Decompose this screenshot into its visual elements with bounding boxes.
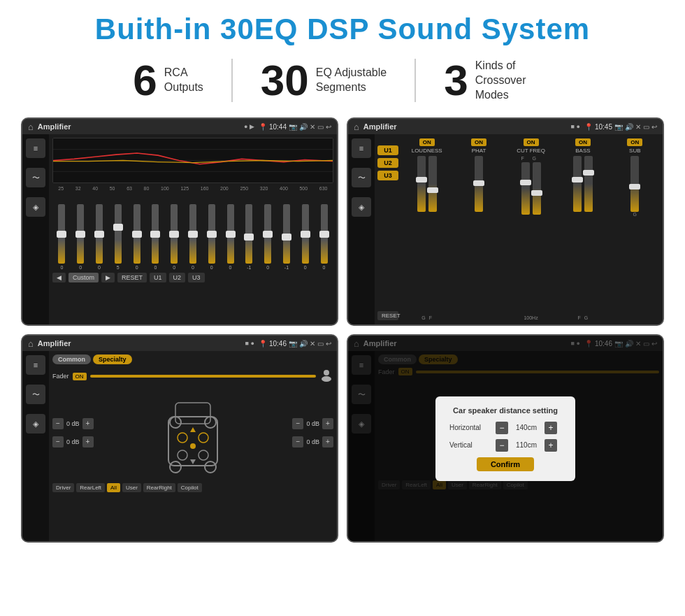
copilot-btn[interactable]: Copilot (178, 483, 202, 492)
db2-plus[interactable]: + (82, 436, 94, 447)
location-icon-3: 📍 (259, 340, 267, 348)
cr-sidebar-btn1[interactable]: ≡ (352, 138, 371, 158)
sub-slider[interactable] (630, 156, 639, 212)
db2-minus[interactable]: − (52, 436, 64, 447)
horizontal-row: Horizontal − 140cm + (449, 422, 561, 434)
eq-bottom-bar: ◀ Custom ▶ RESET U1 U2 U3 (52, 273, 333, 282)
eq-screen-content: ≡ 〜 ◈ (22, 134, 337, 324)
rear-right-btn[interactable]: RearRight (143, 483, 175, 492)
back-icon-2: ↩ (651, 123, 657, 131)
speaker-time: 10:46 (269, 340, 287, 348)
eq-u1-btn[interactable]: U1 (150, 273, 166, 282)
vertical-minus-btn[interactable]: − (496, 439, 508, 452)
eq-sidebar-btn2[interactable]: 〜 (26, 168, 45, 187)
horizontal-plus-btn[interactable]: + (545, 422, 557, 434)
eq-reset-btn[interactable]: RESET (117, 273, 147, 282)
eq-slider-9: 0 (208, 204, 215, 270)
crossover-status-icons: 📍 10:45 📷 🔊 ✕ ▭ ↩ (584, 123, 657, 131)
svg-point-16 (190, 443, 196, 449)
cam-icon-2: 📷 (614, 123, 623, 131)
eq-u3-btn[interactable]: U3 (188, 273, 205, 282)
vertical-plus-btn[interactable]: + (545, 439, 557, 452)
loudness-slider-f[interactable] (428, 156, 437, 212)
all-btn[interactable]: All (107, 483, 120, 492)
home-icon-2: ⌂ (354, 122, 359, 132)
stat-rca-number: 6 (133, 59, 157, 102)
location-icon: 📍 (259, 123, 267, 131)
db1-value: 0 dB (66, 420, 80, 427)
vertical-label: Vertical (449, 441, 491, 449)
db1-plus[interactable]: + (82, 418, 94, 429)
confirm-button[interactable]: Confirm (477, 457, 534, 471)
cr-reset-btn[interactable]: RESET (377, 311, 398, 320)
speaker-status-icons: 📍 10:46 📷 🔊 ✕ ▭ ↩ (259, 340, 331, 348)
driver-btn[interactable]: Driver (52, 483, 74, 492)
eq-custom-btn[interactable]: Custom (68, 273, 99, 282)
stat-eq: 30 EQ AdjustableSegments (233, 59, 416, 102)
balance-area: − 0 dB + − 0 dB + (52, 389, 333, 480)
eq-play-btn[interactable]: ▶ (101, 273, 115, 282)
eq-slider-11: -1 (245, 204, 252, 270)
sp-sidebar-btn3[interactable]: ◈ (26, 414, 45, 434)
tab-common[interactable]: Common (52, 354, 91, 364)
loudness-on[interactable]: ON (419, 138, 435, 146)
rear-left-btn[interactable]: RearLeft (76, 483, 105, 492)
bass-on[interactable]: ON (575, 138, 591, 146)
eq-sliders-row: 0 0 0 5 (52, 193, 333, 270)
eq-slider-5: 0 (134, 204, 140, 270)
u2-preset-btn[interactable]: U2 (377, 158, 398, 168)
db-row-2: − 0 dB + (52, 436, 94, 447)
speaker-sidebar: ≡ 〜 ◈ (22, 351, 49, 541)
stat-rca: 6 RCAOutputs (105, 59, 233, 102)
svg-point-15 (199, 450, 208, 460)
u3-preset-btn[interactable]: U3 (377, 171, 398, 180)
stats-row: 6 RCAOutputs 30 EQ AdjustableSegments 3 … (21, 59, 664, 102)
left-db-controls: − 0 dB + − 0 dB + (52, 418, 94, 451)
user-btn[interactable]: User (122, 483, 141, 492)
eq-u2-btn[interactable]: U2 (169, 273, 186, 282)
eq-sidebar-btn1[interactable]: ≡ (26, 138, 45, 158)
fader-on-badge[interactable]: ON (73, 373, 87, 380)
cutfreq-slider-f[interactable] (521, 162, 530, 215)
horizontal-label: Horizontal (449, 424, 491, 431)
db3-minus[interactable]: − (292, 418, 303, 429)
sp-sidebar-btn1[interactable]: ≡ (26, 355, 45, 375)
u1-preset-btn[interactable]: U1 (377, 145, 398, 155)
cr-sidebar-btn3[interactable]: ◈ (352, 197, 371, 217)
crossover-app-title: Amplifier (363, 122, 567, 131)
cr-sidebar-btn2[interactable]: 〜 (352, 168, 371, 187)
db3-value: 0 dB (306, 420, 319, 427)
rect-icon-3: ▭ (317, 340, 324, 348)
horizontal-minus-btn[interactable]: − (496, 422, 508, 434)
phat-slider[interactable] (475, 156, 483, 212)
db3-plus[interactable]: + (322, 418, 333, 429)
sp-sidebar-btn2[interactable]: 〜 (26, 385, 45, 404)
ch-sub: ON SUB G (610, 138, 660, 320)
right-db-controls: − 0 dB + − 0 dB + (292, 418, 333, 451)
eq-screen-card: ⌂ Amplifier ● ▶ 📍 10:44 📷 🔊 ✕ ▭ ↩ ≡ 〜 ◈ (21, 117, 338, 326)
eq-prev-btn[interactable]: ◀ (52, 273, 66, 282)
svg-point-5 (322, 376, 331, 382)
db4-plus[interactable]: + (322, 436, 333, 447)
eq-sidebar-btn3[interactable]: ◈ (26, 197, 45, 217)
db1-minus[interactable]: − (52, 418, 64, 429)
tab-specialty[interactable]: Specialty (93, 354, 132, 364)
eq-slider-12: 0 (264, 204, 271, 270)
bass-slider-f[interactable] (573, 156, 582, 212)
horizontal-value: 140cm (512, 424, 540, 431)
phat-label: PHAT (472, 148, 486, 154)
svg-point-12 (178, 433, 187, 443)
db4-minus[interactable]: − (292, 436, 303, 447)
phat-on[interactable]: ON (471, 138, 486, 146)
bass-slider-g[interactable] (584, 156, 593, 212)
speaker-dot: ■ ● (245, 340, 254, 347)
speaker-app-title: Amplifier (38, 339, 241, 348)
speaker-tab-row: Common Specialty (52, 354, 333, 364)
cutfreq-on[interactable]: ON (524, 138, 539, 146)
fader-slider[interactable] (90, 375, 316, 378)
cutfreq-slider-g[interactable] (533, 162, 541, 215)
loudness-slider-g[interactable] (417, 156, 426, 212)
crossover-screen-content: ≡ 〜 ◈ U1 U2 U3 RESET (348, 134, 663, 324)
sub-on[interactable]: ON (627, 138, 642, 146)
cam-icon-3: 📷 (289, 340, 297, 348)
